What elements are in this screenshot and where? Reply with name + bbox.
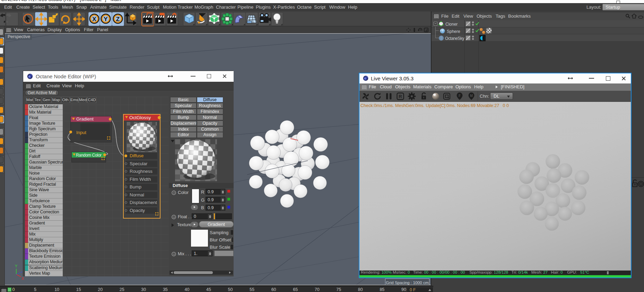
svg-text:R: R (399, 94, 402, 99)
svg-text:Y: Y (104, 16, 108, 23)
svg-text:M: M (470, 94, 473, 98)
svg-text:F: F (459, 94, 461, 98)
svg-text:Z: Z (116, 16, 120, 23)
svg-text:X: X (21, 276, 24, 281)
svg-text:Y: Y (15, 264, 18, 268)
svg-text:X: X (92, 16, 96, 23)
